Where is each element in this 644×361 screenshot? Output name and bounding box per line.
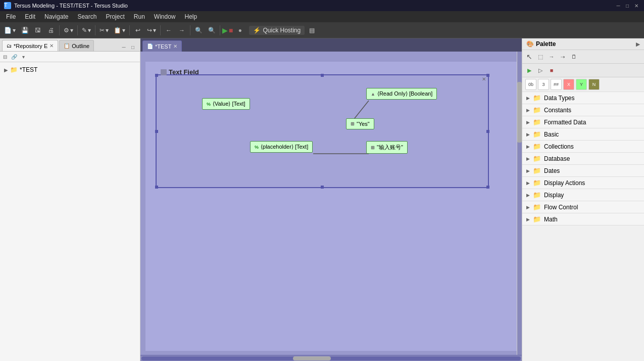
connections-svg (157, 75, 488, 187)
resize-handle-left[interactable] (155, 130, 158, 133)
palette-category-flow-control[interactable]: ▶ 📁 Flow Control (522, 201, 644, 213)
palette-y-icon[interactable]: Y (576, 79, 587, 90)
separator-1 (59, 25, 60, 35)
palette-category-collections[interactable]: ▶ 📁 Collections (522, 141, 644, 153)
palette-int-icon[interactable]: 3 (538, 79, 549, 90)
v-scroll-thumb[interactable] (517, 82, 522, 143)
menu-search[interactable]: Search (73, 12, 101, 21)
editor-tab-close[interactable]: ✕ (173, 43, 177, 49)
container-close-button[interactable]: ✕ (482, 76, 486, 82)
cat-label-formatted-data: Formatted Data (544, 119, 586, 126)
paste-arrow: ▾ (122, 27, 125, 34)
resize-handle-bottom[interactable] (321, 186, 324, 189)
zoom-out-button[interactable]: 🔍 (206, 24, 218, 36)
palette-select-rect-tool[interactable]: ⬚ (535, 52, 546, 62)
editor-canvas[interactable]: Text Field (140, 52, 522, 361)
refactor-dropdown[interactable]: ✎ ▾ (80, 26, 93, 35)
h-scrollbar[interactable] (140, 355, 522, 361)
run-button[interactable]: ▶ (222, 26, 228, 34)
palette-category-display-actions[interactable]: ▶ 📁 Display Actions (522, 177, 644, 189)
cut-dropdown[interactable]: ✂ ▾ (97, 26, 111, 35)
minimize-panel-button[interactable]: ─ (120, 43, 128, 51)
palette-hash-icon[interactable]: ## (551, 79, 562, 90)
menu-file[interactable]: File (2, 12, 20, 21)
menu-edit[interactable]: Edit (21, 12, 39, 21)
h-scroll-track[interactable] (141, 356, 521, 360)
collapse-all-button[interactable]: ⊟ (1, 53, 9, 61)
save-all-button[interactable]: 🖫 (32, 24, 44, 36)
palette-expand-button[interactable]: ▶ (636, 41, 640, 47)
palette-category-math[interactable]: ▶ 📁 Math (522, 213, 644, 225)
cat-icon-collections: 📁 (533, 143, 541, 150)
palette-category-constants[interactable]: ▶ 📁 Constants (522, 104, 644, 116)
cut-icon: ✂ (100, 27, 105, 34)
palette-n-icon[interactable]: N (588, 79, 600, 90)
node-chinese[interactable]: ⊞ "输入账号" (366, 141, 408, 154)
resize-handle-tl[interactable] (155, 74, 158, 77)
resize-handle-br[interactable] (486, 186, 489, 189)
redo-dropdown[interactable]: ↪ ▾ (145, 26, 158, 35)
link-editor-button[interactable]: 🔗 (10, 53, 18, 61)
palette-dashed-arrow-tool[interactable]: ⇢ (558, 52, 568, 62)
node-yes[interactable]: ⊞ "Yes" (346, 118, 374, 129)
new-dropdown[interactable]: 📄 ▾ (2, 26, 18, 35)
v-scrollbar[interactable] (517, 52, 522, 355)
textfield-title-label: Text Field (169, 68, 199, 76)
palette-play-outline-button[interactable]: ▷ (535, 65, 546, 75)
palette-category-data-types[interactable]: ▶ 📁 Data Types (522, 92, 644, 104)
editor-tab-test[interactable]: 📄 *TEST ✕ (142, 40, 182, 52)
menu-help[interactable]: Help (181, 12, 202, 21)
palette-category-display[interactable]: ▶ 📁 Display (522, 189, 644, 201)
resize-handle-bl[interactable] (155, 186, 158, 189)
menu-window[interactable]: Window (150, 12, 180, 21)
panel-button[interactable]: ▤ (306, 24, 318, 36)
print-button[interactable]: 🖨 (45, 24, 57, 36)
tree-item-test[interactable]: ▶ 📁 *TEST (2, 65, 138, 74)
deploy-dropdown[interactable]: ⚙ ▾ (62, 26, 75, 35)
tab-outline[interactable]: 📋 Outline (59, 40, 94, 51)
menu-navigate[interactable]: Navigate (40, 12, 72, 21)
close-button[interactable]: ✕ (633, 2, 640, 9)
node-value[interactable]: % ⟨Value⟩ [Text] (202, 98, 250, 110)
palette-category-database[interactable]: ▶ 📁 Database (522, 153, 644, 165)
maximize-button[interactable]: □ (624, 2, 631, 9)
palette-category-formatted-data[interactable]: ▶ 📁 Formatted Data (522, 116, 644, 128)
save-button[interactable]: 💾 (19, 24, 31, 36)
forward-button[interactable]: → (176, 24, 188, 36)
paste-dropdown[interactable]: 📋 ▾ (112, 26, 127, 35)
separator-3 (95, 25, 95, 35)
palette-note-tool[interactable]: 🗒 (569, 52, 579, 62)
palette-binary-icon[interactable]: 0b (525, 79, 536, 90)
cat-icon-data-types: 📁 (533, 94, 541, 102)
zoom-in-button[interactable]: 🔍 (192, 24, 205, 36)
record-button[interactable]: ● (234, 24, 246, 36)
palette-stop-red-button[interactable]: ■ (547, 65, 557, 75)
node-readonly[interactable]: ▲ ⟨Read Only⟩ [Boolean] (366, 88, 437, 100)
node-placeholder[interactable]: % ⟨placeholder⟩ [Text] (250, 141, 313, 153)
separator-2 (77, 25, 78, 35)
menu-project[interactable]: Project (102, 12, 128, 21)
resize-handle-top[interactable] (321, 74, 324, 77)
stop-button[interactable]: ■ (229, 26, 233, 34)
palette-cursor-tool[interactable]: ↖ (524, 52, 534, 62)
menu-run[interactable]: Run (130, 12, 149, 21)
palette-arrow-tool[interactable]: → (547, 52, 557, 62)
tab-repository[interactable]: 🗂 *Repository E ✕ (2, 40, 58, 51)
palette-play-green-button[interactable]: ▶ (524, 65, 534, 75)
palette-category-dates[interactable]: ▶ 📁 Dates (522, 165, 644, 177)
h-scroll-thumb[interactable] (293, 356, 331, 360)
palette-category-basic[interactable]: ▶ 📁 Basic (522, 128, 644, 141)
cat-arrow-display: ▶ (526, 193, 530, 198)
undo-button[interactable]: ↩ (132, 24, 144, 36)
resize-handle-right[interactable] (486, 130, 489, 133)
minimize-button[interactable]: ─ (615, 2, 622, 9)
palette-x-icon[interactable]: X (563, 79, 574, 90)
quick-hosting-button[interactable]: ⚡ Quick Hosting (249, 26, 305, 35)
diagram-area[interactable]: Text Field (145, 62, 517, 351)
maximize-panel-button[interactable]: □ (129, 43, 137, 51)
resize-handle-tr[interactable] (486, 74, 489, 77)
repo-tab-close[interactable]: ✕ (49, 43, 54, 49)
back-button[interactable]: ← (163, 24, 175, 36)
cat-arrow-math: ▶ (526, 217, 530, 222)
title-bar-controls[interactable]: ─ □ ✕ (615, 2, 640, 9)
